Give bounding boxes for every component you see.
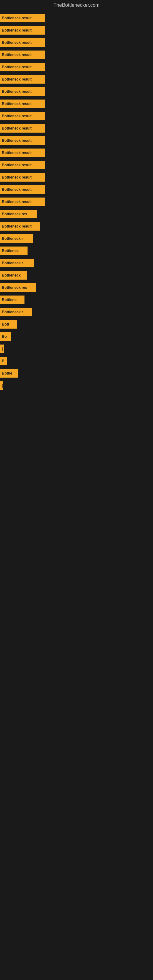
bottleneck-bar[interactable]: Bottleneck result <box>0 26 45 35</box>
bar-row: Bottleneck result <box>0 110 153 122</box>
bar-label: Bottle <box>2 371 12 375</box>
bar-label: Bottleneck result <box>2 138 32 143</box>
bottleneck-bar[interactable]: Bottleneck result <box>0 136 45 145</box>
bar-row: Bottleneck res <box>0 208 153 220</box>
bar-row: Bottleneck result <box>0 98 153 110</box>
bar-row: | <box>0 343 153 355</box>
bottleneck-bar[interactable]: Bottleneck result <box>0 14 45 22</box>
bottleneck-bar[interactable]: | <box>0 345 4 353</box>
bottleneck-bar[interactable]: Bottleneck result <box>0 185 45 194</box>
bar-row: Bottleneck result <box>0 61 153 73</box>
bottleneck-bar[interactable]: Bottleneck res <box>0 283 36 292</box>
bottleneck-bar[interactable]: Bottleneck result <box>0 100 45 108</box>
bar-row: Bottleneck result <box>0 184 153 196</box>
bar-label: Bottleneck res <box>2 285 27 290</box>
bar-label: Bottleneck result <box>2 102 32 106</box>
bar-row: Bottleneck result <box>0 135 153 146</box>
bar-label: Bottleneck result <box>2 151 32 155</box>
bar-row: Bottleneck result <box>0 123 153 134</box>
bottleneck-bar[interactable]: Bottleneck result <box>0 87 45 96</box>
bar-row: | <box>0 380 153 391</box>
site-title: TheBottlenecker.com <box>0 0 153 9</box>
bar-row: Bo <box>0 331 153 342</box>
bar-row: Bottleneck result <box>0 12 153 24</box>
bar-row: Bottleneck r <box>0 233 153 244</box>
bar-label: | <box>2 347 3 351</box>
bar-row: Bottleneck r <box>0 306 153 318</box>
bottleneck-bar[interactable]: Bottleneck result <box>0 75 45 84</box>
bar-row: Bottleneck result <box>0 172 153 183</box>
bar-row: Bottleneck result <box>0 159 153 171</box>
bar-label: Bottleneck result <box>2 40 32 45</box>
bar-row: Bottleneck result <box>0 73 153 85</box>
bar-label: Bottleneck r <box>2 261 23 265</box>
bottleneck-bar[interactable]: | <box>0 381 3 390</box>
bar-row: Bottle <box>0 368 153 379</box>
bottleneck-bar[interactable]: Bottlenec <box>0 247 27 255</box>
bar-label: B <box>2 359 5 363</box>
bar-label: Bottlenec <box>2 249 19 253</box>
bottleneck-bar[interactable]: Bottleneck result <box>0 148 45 157</box>
bar-row: Bottleneck result <box>0 24 153 36</box>
bottleneck-bar[interactable]: Bottlene <box>0 296 24 304</box>
bars-container: Bottleneck resultBottleneck resultBottle… <box>0 9 153 391</box>
bar-row: Bottleneck res <box>0 282 153 293</box>
bar-label: Bottleneck result <box>2 16 32 20</box>
bar-row: Bottlene <box>0 294 153 305</box>
bar-row: Bottleneck <box>0 269 153 281</box>
bottleneck-bar[interactable]: Bottleneck result <box>0 197 45 206</box>
bar-label: Bottleneck result <box>2 126 32 130</box>
bottleneck-bar[interactable]: Bottleneck result <box>0 173 45 181</box>
bar-label: Bottleneck result <box>2 89 32 94</box>
bottleneck-bar[interactable]: Bottleneck r <box>0 234 33 243</box>
bar-label: Bottleneck result <box>2 52 32 57</box>
bar-row: Bottlenec <box>0 245 153 257</box>
bottleneck-bar[interactable]: Bottleneck result <box>0 112 45 120</box>
bar-row: Bottleneck result <box>0 196 153 208</box>
bar-label: Bott <box>2 322 9 326</box>
bar-label: Bottleneck r <box>2 236 23 241</box>
bar-label: Bottleneck result <box>2 175 32 180</box>
bar-row: B <box>0 355 153 367</box>
bar-row: Bottleneck r <box>0 257 153 269</box>
bar-row: Bottleneck result <box>0 147 153 159</box>
bar-row: Bottleneck result <box>0 37 153 48</box>
bottleneck-bar[interactable]: Bottleneck result <box>0 124 45 133</box>
bottleneck-bar[interactable]: Bottleneck r <box>0 259 33 267</box>
bar-label: | <box>2 383 3 388</box>
bar-label: Bottleneck <box>2 273 21 277</box>
bottleneck-bar[interactable]: Bottleneck result <box>0 161 45 169</box>
bar-label: Bottleneck res <box>2 212 27 216</box>
bar-label: Bottleneck result <box>2 114 32 118</box>
bar-label: Bottleneck result <box>2 224 32 229</box>
bar-label: Bottleneck result <box>2 200 32 204</box>
bottleneck-bar[interactable]: Bottleneck result <box>0 222 40 231</box>
bottleneck-bar[interactable]: Bottleneck result <box>0 51 45 59</box>
bottleneck-bar[interactable]: Bottle <box>0 369 18 378</box>
bar-label: Bottleneck result <box>2 28 32 32</box>
bar-row: Bottleneck result <box>0 221 153 232</box>
bar-label: Bottleneck result <box>2 65 32 69</box>
bottleneck-bar[interactable]: Bottleneck result <box>0 38 45 47</box>
bottleneck-bar[interactable]: Bo <box>0 332 11 341</box>
bottleneck-bar[interactable]: Bottleneck res <box>0 210 37 218</box>
bar-label: Bottleneck result <box>2 188 32 192</box>
bottleneck-bar[interactable]: Bottleneck <box>0 271 27 280</box>
bottleneck-bar[interactable]: Bottleneck r <box>0 308 32 317</box>
bar-label: Bottleneck result <box>2 163 32 167</box>
bar-label: Bo <box>2 334 7 339</box>
bottleneck-bar[interactable]: Bottleneck result <box>0 63 45 72</box>
bar-row: Bottleneck result <box>0 49 153 60</box>
bottleneck-bar[interactable]: Bott <box>0 320 17 329</box>
bar-row: Bott <box>0 318 153 330</box>
bar-row: Bottleneck result <box>0 86 153 97</box>
bar-label: Bottleneck r <box>2 310 23 314</box>
bottleneck-bar[interactable]: B <box>0 357 7 365</box>
bar-label: Bottleneck result <box>2 77 32 81</box>
bar-label: Bottlene <box>2 298 16 302</box>
